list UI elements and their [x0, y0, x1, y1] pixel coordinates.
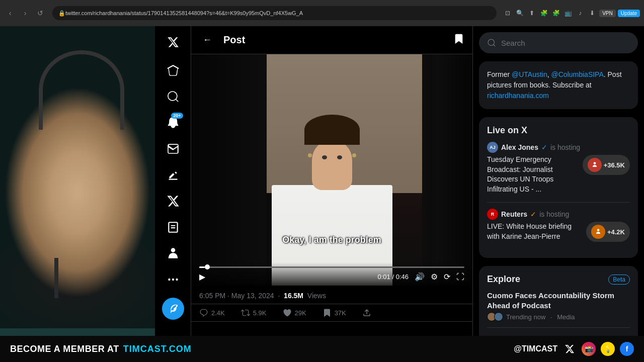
banner-become-text: BECOME A MEMBER AT [10, 344, 119, 354]
fullscreen-button[interactable]: ⛶ [456, 273, 464, 282]
browser-chrome: ‹ › ↺ 🔒 twitter.com/richardhanania/statu… [0, 0, 644, 26]
notification-count: 20+ [171, 113, 183, 119]
mic-stand [54, 258, 58, 298]
tweet-meta: 6:05 PM · May 13, 2024 · 16.5M Views [191, 286, 472, 304]
banner-timcast-text[interactable]: TIMCAST.COM [123, 344, 192, 354]
main-layout: 20+ [0, 26, 644, 362]
video-player: Okay, I am the problem ▶ 0:01 / 0:46 [191, 54, 472, 286]
vpn-badge[interactable]: VPN [599, 10, 616, 17]
x-sidebar: 20+ [155, 26, 191, 362]
live-host-row-alex: AJ Alex Jones ✓ is hosting [487, 142, 630, 153]
volume-button[interactable]: 🔊 [415, 272, 425, 282]
settings-button[interactable]: ⚙ [431, 272, 438, 282]
live-item-alex-jones[interactable]: AJ Alex Jones ✓ is hosting Tuesday Emerg… [487, 142, 630, 194]
loop-button[interactable]: ⟳ [444, 272, 450, 282]
zoom-icon[interactable]: 🔍 [515, 8, 525, 18]
download-icon[interactable]: ⬇ [587, 8, 597, 18]
webcam-panel [0, 26, 155, 362]
live-host-row-reuters: R Reuters ✓ is hosting [487, 209, 630, 220]
banner-bulb-icon[interactable]: 💡 [601, 342, 615, 356]
alex-jones-verified: ✓ [541, 143, 547, 151]
reuters-avatar: R [487, 209, 498, 220]
banner-handle: @TIMCAST [514, 344, 557, 353]
compose-post-button[interactable] [162, 298, 184, 320]
screenshot-icon[interactable]: ⊡ [503, 8, 513, 18]
live-on-x-section: Live on X AJ Alex Jones ✓ is hosting Tue… [479, 117, 638, 258]
reuters-name: Reuters [501, 210, 527, 218]
video-caption: Okay, I am the problem [282, 235, 381, 245]
tweet-actions: 2.4K 5.9K 29K 37K [191, 304, 472, 322]
live-divider [487, 202, 630, 203]
sidebar-item-compose[interactable] [161, 163, 185, 187]
alex-jones-count: +36.5K [604, 161, 625, 169]
video-progress-bar[interactable] [199, 266, 464, 268]
sidebar-item-more[interactable] [161, 267, 185, 292]
extensions-icon-2[interactable]: 🧩 [551, 8, 561, 18]
explore-item-cuomo[interactable]: Cuomo Faces Accountability Storm Ahead o… [487, 291, 630, 321]
webcam-video [0, 26, 155, 328]
alex-jones-desc: Tuesday Emergency Broadcast: Journalist … [487, 155, 579, 194]
explore-cuomo-meta: Trending now · Media [487, 312, 630, 321]
sidebar-item-x-cross[interactable] [161, 189, 185, 213]
nav-forward-button[interactable]: › [19, 7, 31, 19]
banner-instagram-icon[interactable]: 📸 [582, 342, 596, 356]
live-content-row-reuters: LIVE: White House briefing with Karine J… [487, 222, 630, 242]
explore-cuomo-headline: Cuomo Faces Accountability Storm Ahead o… [487, 291, 630, 310]
webcam-person [0, 26, 155, 328]
reuters-hosting-text: is hosting [539, 210, 569, 218]
live-item-reuters[interactable]: R Reuters ✓ is hosting LIVE: White House… [487, 209, 630, 242]
profile-bio-card: Former @UTAustin, @ColumbiaSIPA. Post pi… [479, 61, 638, 109]
update-button[interactable]: Update [618, 10, 640, 17]
reuters-desc: LIVE: White House briefing with Karine J… [487, 222, 582, 241]
bookmark-icon[interactable] [453, 33, 464, 47]
alex-jones-count-badge[interactable]: +36.5K [583, 155, 630, 175]
twitter-panel: 20+ [155, 26, 644, 362]
explore-divider [487, 327, 630, 328]
alex-jones-hosting-text: is hosting [550, 143, 580, 151]
like-button[interactable]: 29K [283, 308, 306, 317]
bottom-banner: BECOME A MEMBER AT TIMCAST.COM @TIMCAST … [0, 336, 644, 362]
video-progress-dot [205, 264, 210, 269]
comment-button[interactable]: 2.4K [199, 308, 225, 317]
video-time: 0:01 / 0:46 [211, 273, 409, 281]
back-button[interactable]: ← [199, 32, 215, 48]
nav-back-button[interactable]: ‹ [4, 7, 16, 19]
url-bar[interactable]: 🔒 twitter.com/richardhanania/status/1790… [52, 6, 497, 20]
search-bar[interactable] [479, 32, 638, 53]
play-button[interactable]: ▶ [199, 272, 205, 282]
banner-facebook-icon[interactable]: f [620, 342, 634, 356]
svg-point-0 [168, 279, 170, 281]
cast-icon[interactable]: 📺 [563, 8, 573, 18]
music-icon[interactable]: ♪ [575, 8, 585, 18]
search-input[interactable] [501, 39, 630, 47]
sidebar-item-home[interactable] [161, 58, 185, 82]
sidebar-item-notifications[interactable]: 20+ [161, 111, 185, 135]
live-content-row-alex: Tuesday Emergency Broadcast: Journalist … [487, 155, 630, 194]
banner-x-icon[interactable] [562, 342, 577, 356]
bookmark-action-button[interactable]: 37K [323, 308, 346, 317]
explore-title: Explore [487, 274, 520, 285]
right-sidebar: Former @UTAustin, @ColumbiaSIPA. Post pi… [473, 26, 644, 362]
nav-reload-button[interactable]: ↺ [34, 7, 46, 19]
sidebar-item-messages[interactable] [161, 137, 185, 161]
reuters-verified: ✓ [530, 210, 536, 218]
sidebar-item-profile[interactable] [161, 241, 185, 265]
url-text: twitter.com/richardhanania/status/179014… [65, 10, 303, 16]
retweet-button[interactable]: 5.9K [241, 308, 267, 317]
profile-link-utaustin[interactable]: @UTAustin [512, 70, 547, 78]
sidebar-item-search[interactable] [161, 84, 185, 109]
share-button[interactable] [362, 308, 371, 317]
extensions-icon[interactable]: 🧩 [539, 8, 549, 18]
profile-bio-text: Former @UTAustin, @ColumbiaSIPA. Post pi… [487, 69, 630, 101]
video-background [191, 54, 472, 286]
profile-link-website[interactable]: richardhanania.com [487, 92, 549, 100]
reuters-count-badge[interactable]: +4.2K [586, 222, 630, 242]
post-title: Post [223, 34, 445, 46]
x-logo[interactable] [163, 32, 183, 52]
share-icon[interactable]: ⬆ [527, 8, 537, 18]
sidebar-item-list[interactable] [161, 215, 185, 239]
reuters-live-avatar [591, 225, 605, 239]
beta-badge: Beta [608, 275, 630, 285]
video-controls: ▶ 0:01 / 0:46 🔊 ⚙ ⟳ ⛶ [191, 262, 472, 286]
profile-link-columbia[interactable]: @ColumbiaSIPA [551, 70, 604, 78]
